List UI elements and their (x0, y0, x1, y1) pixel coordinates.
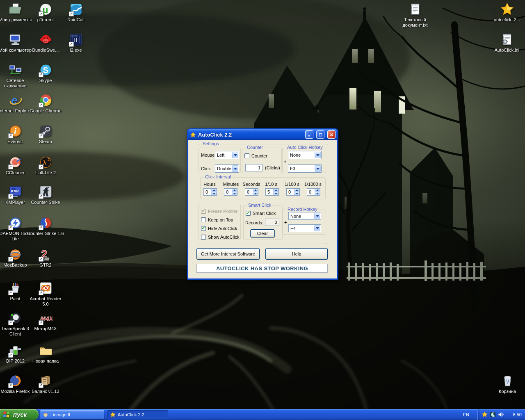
desktop-icon-autoclick-ini[interactable]: AutoClick.ini (488, 33, 525, 53)
record-hotkey-key-select[interactable]: F4 (288, 224, 321, 232)
freeze-pointer-checkbox[interactable]: Freeze Pointer (201, 208, 237, 214)
desktop-icon-recycle-bin[interactable]: Корзина (489, 374, 525, 394)
chevron-down-icon (314, 213, 320, 219)
everest-icon (9, 124, 22, 138)
my-documents-icon (9, 2, 22, 16)
spin-up-button[interactable] (253, 189, 258, 192)
desktop-icon-steam[interactable]: Steam (27, 124, 64, 144)
desktop-icon-skype[interactable]: Skype (27, 63, 64, 83)
minimize-button[interactable] (305, 130, 313, 139)
desktop-icon-halflife2[interactable]: Half-Life 2 (27, 155, 64, 176)
spin-up-button[interactable] (315, 189, 320, 192)
spin-down-button[interactable] (232, 192, 237, 195)
record-plus-label: + (284, 220, 287, 225)
system-tray: 8:50 (477, 409, 525, 420)
desktop-icon-acrobat[interactable]: Acrobat Reader 5.0 (27, 281, 64, 307)
close-button[interactable] (327, 130, 336, 139)
desktop-icon-autoclick-exe[interactable]: autoclick_2... (488, 2, 525, 23)
taskbar-clock: 8:50 (513, 412, 522, 417)
desktop-icon-label: CCleaner (6, 170, 25, 176)
chevron-down-icon (232, 152, 238, 158)
utorrent-icon (39, 2, 52, 16)
taskbar-task-lineage[interactable]: Lineage II (40, 410, 104, 419)
spin-down-button[interactable] (273, 192, 278, 195)
chrome-icon (39, 94, 52, 107)
recycle-bin-icon (501, 374, 514, 388)
spin-up-button[interactable] (232, 189, 237, 192)
text-document-icon (409, 2, 422, 16)
desktop-icon-raidcall[interactable]: RaidCall (57, 2, 94, 23)
desktop-icon-label: RaidCall (67, 17, 84, 23)
click-type-select[interactable]: Double (215, 164, 239, 173)
kmplayer-icon (9, 185, 22, 199)
counter-checkbox[interactable]: Counter (244, 153, 267, 159)
auto-hotkey-modifier-select[interactable]: None (288, 151, 322, 159)
smart-click-checkbox[interactable]: Smart Click (246, 210, 276, 216)
desktop-icon-balans[interactable]: Баланс v1.13 (27, 374, 64, 394)
language-indicator[interactable]: EN (459, 409, 473, 420)
autoclick-star-icon (190, 132, 196, 138)
get-more-software-button[interactable]: Get More Interest Software (196, 248, 260, 260)
spin-down-button[interactable] (211, 192, 217, 195)
spin-up-button[interactable] (211, 189, 217, 192)
mouse-select[interactable]: Left (215, 151, 239, 159)
desktop-icon-counterstrike[interactable]: Counter-Strike (27, 185, 64, 205)
my-computer-icon (9, 33, 22, 46)
desktop-icon-label: MozBackup (3, 262, 27, 268)
desktop-icon-label: Acrobat Reader 5.0 (27, 296, 64, 307)
volume-icon[interactable] (498, 411, 504, 418)
show-autoclick-checkbox[interactable]: Show AutoClick (201, 234, 239, 240)
hours-spinner[interactable]: 0 (203, 188, 217, 196)
lineage-character-icon (43, 412, 48, 418)
clear-button[interactable]: Clear (250, 229, 275, 237)
window-title: AutoClick 2.2 (198, 132, 302, 138)
record-hotkey-modifier-select[interactable]: None (288, 212, 321, 220)
desktop-icon-gtr2[interactable]: GTR2 (27, 248, 64, 268)
seconds-spinner[interactable]: 0 (245, 188, 258, 196)
maximize-button[interactable] (316, 130, 324, 139)
help-button[interactable]: Help (265, 248, 328, 260)
hide-autoclick-checkbox[interactable]: Hide AutoClick (201, 226, 237, 231)
smart-click-label: Smart Click (247, 203, 272, 208)
desktop-icon-label: l2.exe (70, 48, 82, 53)
desktop-icon-motorm4x[interactable]: МоторМ4Х (27, 311, 64, 331)
desktop-icon-label: МоторМ4Х (34, 326, 57, 331)
checkbox-box (201, 209, 206, 214)
ccleaner-icon (9, 155, 22, 169)
keep-on-top-checkbox[interactable]: Keep on Top (201, 217, 233, 223)
desktop-icon-label: KMPlayer (5, 200, 25, 205)
chevron-down-icon (315, 152, 321, 158)
desktop-icon-chrome[interactable]: Google Chrome (27, 94, 64, 114)
hundredths-label: 1/100 s (281, 182, 303, 187)
tenths-spinner[interactable]: 5 (265, 188, 279, 196)
desktop-icon-l2exe[interactable]: l2.exe (57, 33, 94, 53)
motorm4x-icon (39, 311, 52, 325)
desktop-icon-counterstrike16[interactable]: Counter-Strike 1.6 (27, 216, 64, 236)
tray-autoclick-star-icon[interactable] (482, 411, 488, 418)
spin-down-button[interactable] (294, 192, 299, 195)
spin-up-button[interactable] (273, 189, 278, 192)
thousandths-spinner[interactable]: 0 (307, 188, 320, 196)
desktop-icon-label: Paint (10, 296, 20, 301)
desktop-icon-new-folder[interactable]: Новая папка (27, 344, 64, 364)
hundredths-spinner[interactable]: 0 (286, 188, 300, 196)
minutes-spinner[interactable]: 0 (224, 188, 237, 196)
tray-moon-icon[interactable] (490, 411, 496, 418)
desktop-icon-text-document[interactable]: Текстовый документ.txt (397, 2, 434, 28)
halflife2-icon (39, 155, 52, 169)
spin-down-button[interactable] (253, 192, 258, 195)
clicks-count-input[interactable]: 1 (245, 164, 262, 171)
checkbox-box (201, 226, 206, 231)
spin-down-button[interactable] (315, 192, 320, 195)
paint-icon (9, 281, 22, 295)
window-titlebar[interactable]: AutoClick 2.2 (188, 129, 338, 140)
start-button[interactable]: пуск (0, 409, 39, 420)
status-bar: AUTOCLICK HAS STOP WORKING (196, 264, 328, 273)
desktop-icon-label: Текстовый документ.txt (397, 17, 434, 28)
desktop-icon-label: Google Chrome (30, 108, 62, 114)
ini-file-icon (500, 33, 514, 46)
auto-hotkey-key-select[interactable]: F3 (288, 164, 322, 173)
taskbar-task-autoclick[interactable]: AutoClick 2.2 (107, 410, 168, 419)
spin-up-button[interactable] (294, 189, 299, 192)
minutes-label: Minutes (220, 182, 242, 187)
